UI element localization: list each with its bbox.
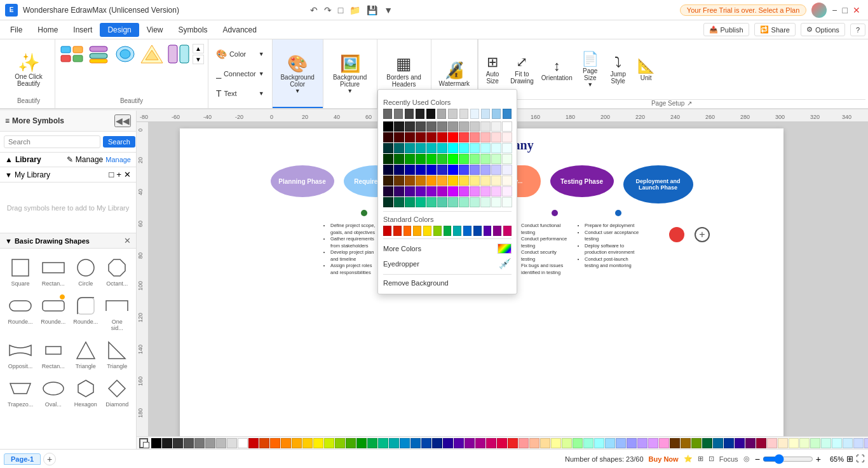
recent-color-8[interactable] xyxy=(459,109,468,119)
palette-swatch[interactable] xyxy=(448,197,458,207)
palette-color[interactable] xyxy=(832,438,842,448)
menu-insert[interactable]: Insert xyxy=(65,23,100,37)
palette-color[interactable] xyxy=(367,438,377,448)
remove-background-row[interactable]: Remove Background xyxy=(383,277,512,289)
text-button[interactable]: T Text ▼ xyxy=(212,87,268,100)
save-button[interactable]: 💾 xyxy=(364,4,380,17)
palette-swatch[interactable] xyxy=(394,154,404,164)
palette-swatch[interactable] xyxy=(480,121,491,132)
menu-design[interactable]: Design xyxy=(100,23,139,37)
search-button[interactable]: Search xyxy=(103,136,135,148)
palette-swatch[interactable] xyxy=(437,165,447,175)
palette-color[interactable] xyxy=(497,438,507,448)
recent-color-10[interactable] xyxy=(481,109,490,119)
palette-swatch[interactable] xyxy=(416,186,426,196)
palette-color[interactable] xyxy=(335,438,345,448)
palette-color[interactable] xyxy=(281,438,291,448)
standard-lime[interactable] xyxy=(433,226,442,236)
page-1-tab[interactable]: Page-1 xyxy=(4,453,41,465)
template-2[interactable] xyxy=(86,42,111,66)
palette-swatch[interactable] xyxy=(491,197,501,207)
palette-swatch[interactable] xyxy=(502,176,512,186)
template-3[interactable] xyxy=(112,42,138,66)
palette-swatch[interactable] xyxy=(405,132,415,142)
one-click-beautify-button[interactable]: ✨ One Click Beautify xyxy=(6,50,51,90)
shape-diamond[interactable]: Diamond xyxy=(103,375,131,410)
palette-swatch[interactable] xyxy=(502,186,512,196)
palette-swatch[interactable] xyxy=(383,165,393,175)
palette-swatch[interactable] xyxy=(502,132,512,142)
palette-swatch[interactable] xyxy=(437,176,447,186)
fullscreen-button[interactable]: ⛶ xyxy=(856,454,864,464)
palette-color[interactable] xyxy=(270,438,280,448)
template-4[interactable] xyxy=(139,42,165,66)
recent-color-11[interactable] xyxy=(492,109,501,119)
jump-style-button[interactable]: ⤵ Jump Style xyxy=(604,39,632,99)
standard-teal[interactable] xyxy=(453,226,461,236)
page-size-button[interactable]: 📄 Page Size ▼ xyxy=(576,39,604,99)
share-button[interactable]: 🔁 Share xyxy=(754,23,796,36)
eyedropper-row[interactable]: Eyedropper 💉 xyxy=(383,256,512,272)
palette-color[interactable] xyxy=(583,438,593,448)
palette-swatch[interactable] xyxy=(459,165,469,175)
palette-color[interactable] xyxy=(702,438,712,448)
palette-swatch[interactable] xyxy=(502,154,512,164)
palette-color[interactable] xyxy=(724,438,734,448)
palette-swatch[interactable] xyxy=(448,132,458,142)
palette-swatch[interactable] xyxy=(437,143,447,153)
publish-button[interactable]: 📤 Publish xyxy=(703,23,749,36)
palette-swatch[interactable] xyxy=(405,154,415,164)
palette-swatch[interactable] xyxy=(437,154,447,164)
shape-oval[interactable]: Oval... xyxy=(38,375,68,410)
palette-swatch[interactable] xyxy=(448,165,458,175)
shape-square[interactable]: Square xyxy=(5,254,36,289)
shape-right-triangle[interactable]: Triangle xyxy=(103,336,131,372)
page-setup-expand[interactable]: ↗ xyxy=(687,100,692,107)
palette-swatch[interactable] xyxy=(383,121,393,132)
standard-violet[interactable] xyxy=(493,226,501,236)
palette-color[interactable] xyxy=(637,438,648,448)
palette-color[interactable] xyxy=(356,438,367,448)
palette-color[interactable] xyxy=(681,438,691,448)
palette-swatch[interactable] xyxy=(491,186,501,196)
shape-rectangle[interactable]: Rectan... xyxy=(38,254,68,289)
palette-swatch[interactable] xyxy=(459,143,469,153)
palette-swatch[interactable] xyxy=(416,143,426,153)
collapse-panel-button[interactable]: ◀◀ xyxy=(114,114,131,127)
palette-swatch[interactable] xyxy=(383,186,393,196)
palette-swatch[interactable] xyxy=(480,165,491,175)
palette-color[interactable] xyxy=(551,438,561,448)
palette-swatch[interactable] xyxy=(383,154,393,164)
palette-swatch[interactable] xyxy=(437,186,447,196)
palette-color[interactable] xyxy=(238,438,248,448)
trial-button[interactable]: Your Free Trial is over. Select a Plan xyxy=(680,4,807,16)
palette-color[interactable] xyxy=(248,438,259,448)
recent-color-6[interactable] xyxy=(437,109,446,119)
shape-hexagon[interactable]: Hexagon xyxy=(71,375,100,410)
palette-swatch[interactable] xyxy=(491,121,501,132)
palette-swatch[interactable] xyxy=(416,197,426,207)
open-button[interactable]: 📁 xyxy=(347,4,363,17)
standard-blue[interactable] xyxy=(463,226,471,236)
fit-page-button[interactable]: ⊞ xyxy=(846,454,853,464)
palette-swatch[interactable] xyxy=(502,197,512,207)
close-my-library-button[interactable]: ✕ xyxy=(124,170,131,179)
palette-color[interactable] xyxy=(691,438,702,448)
recent-color-9[interactable] xyxy=(470,109,479,119)
palette-color[interactable] xyxy=(562,438,572,448)
palette-swatch[interactable] xyxy=(426,197,437,207)
shape-rounded-corner[interactable]: Rounde... xyxy=(71,292,100,334)
palette-swatch[interactable] xyxy=(448,186,458,196)
shape-octagon[interactable]: Octant... xyxy=(103,254,131,289)
palette-color[interactable] xyxy=(465,438,475,448)
palette-color[interactable] xyxy=(389,438,399,448)
palette-swatch[interactable] xyxy=(394,132,404,142)
palette-color[interactable] xyxy=(735,438,745,448)
minimize-button[interactable]: − xyxy=(829,4,839,17)
palette-color[interactable] xyxy=(194,438,205,448)
shape-trapezoid[interactable]: Trapezo... xyxy=(5,375,36,410)
shape-small-rect[interactable]: Rectan... xyxy=(38,336,68,372)
palette-swatch[interactable] xyxy=(448,143,458,153)
shape-triangle[interactable]: Triangle xyxy=(71,336,100,372)
recent-color-5[interactable] xyxy=(426,109,435,119)
